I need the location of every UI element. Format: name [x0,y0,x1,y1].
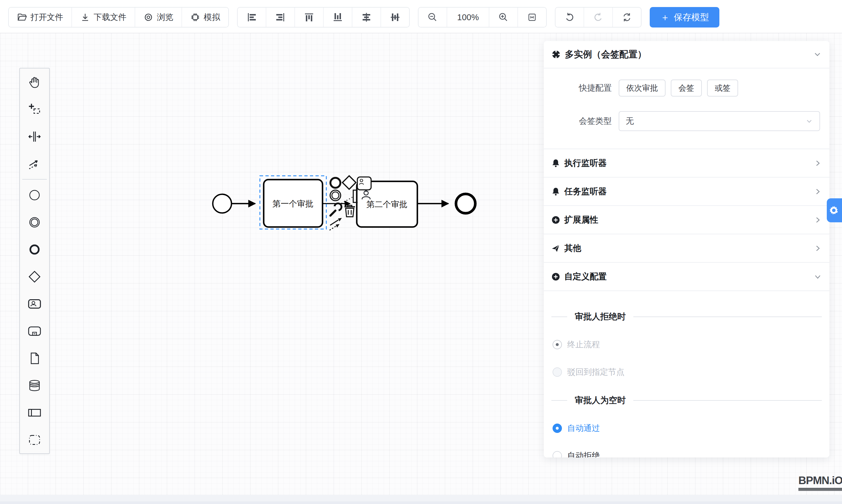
btn-countersign[interactable]: 会签 [671,79,702,96]
create-data-store[interactable] [20,372,49,399]
send-icon [551,244,560,253]
multi-instance-icon [551,50,561,59]
plus-circle-icon [551,216,560,224]
section-label: 自定义配置 [564,271,809,283]
bpmn-designer-app: 打开文件 下载文件 浏览 [0,0,842,504]
radio-circle[interactable] [552,340,562,349]
section-extended-properties[interactable]: 扩展属性 [544,206,829,234]
task2-label: 第二个审批 [366,200,407,209]
radio-reject-to-node[interactable]: 驳回到指定节点 [552,366,829,378]
data-store-icon [28,379,41,392]
section-label: 任务监听器 [564,186,809,197]
node-end-event[interactable] [456,194,475,213]
section-other[interactable]: 其他 [544,234,829,262]
create-gateway[interactable] [20,263,49,290]
pad-append-text-annotation[interactable] [339,190,358,204]
horizontal-scrollbar-track[interactable] [0,495,842,501]
radio-label: 自动通过 [567,423,600,434]
chevron-right-icon [813,159,822,167]
hand-tool[interactable] [20,69,49,96]
bpmn-io-watermark[interactable]: BPMN.iO [799,474,842,491]
countersign-type-value: 无 [626,115,634,127]
create-start-event[interactable] [20,181,49,209]
create-user-task[interactable] [20,290,49,317]
create-participant[interactable] [20,399,49,426]
countersign-type-label: 会签类型 [544,115,612,127]
palette-separator [22,179,47,180]
subprocess-icon [28,324,41,338]
chevron-down-icon [805,117,813,125]
lasso-icon [28,103,41,116]
plus-circle-icon [551,272,560,281]
panel-title: 多实例（会签配置） [565,48,809,60]
chevron-right-icon [813,187,822,196]
pad-append-end-event[interactable] [330,178,340,188]
quick-config-buttons: 依次审批 会签 或签 [619,79,738,96]
radio-label: 终止流程 [567,339,600,350]
section-label: 执行监听器 [564,157,809,169]
custom-config-content: 审批人拒绝时 终止流程 驳回到指定节点 审批人为空时 自动通过 [544,291,829,457]
panel-header[interactable]: 多实例（会签配置） [544,41,829,68]
radio-circle[interactable] [552,424,562,433]
connect-tool-icon [28,157,41,170]
quick-config-row: 快捷配置 依次审批 会签 或签 [544,79,829,96]
intermediate-event-icon [28,216,41,229]
reject-group-title: 审批人拒绝时 [575,311,626,323]
hand-icon [28,75,41,89]
radio-auto-reject[interactable]: 自动拒绝 [552,450,829,457]
user-task-icon [28,297,41,311]
create-end-event[interactable] [20,236,49,263]
create-intermediate-event[interactable] [20,209,49,236]
space-tool-icon [28,130,41,143]
section-custom-config[interactable]: 自定义配置 [544,263,829,290]
chevron-down-icon [813,273,822,281]
bell-icon [551,159,560,168]
chevron-down-icon[interactable] [813,50,822,59]
section-task-listener[interactable]: 任务监听器 [544,178,829,205]
pad-change-type[interactable] [330,203,341,216]
radio-label: 驳回到指定节点 [567,366,625,378]
end-event-icon [28,243,41,256]
chevron-right-icon [813,216,822,224]
create-subprocess[interactable] [20,317,49,345]
pad-delete[interactable] [345,205,355,217]
divider [551,400,567,401]
pad-connect[interactable] [330,218,342,230]
btn-or-sign[interactable]: 或签 [707,79,738,96]
pad-append-gateway[interactable] [343,176,356,189]
empty-approver-group-heading: 审批人为空时 [551,395,822,406]
start-event-icon [28,188,41,202]
gear-icon [829,205,839,215]
bell-icon [551,187,560,196]
node-start-event[interactable] [213,194,231,213]
create-data-object[interactable] [20,345,49,372]
settings-tab[interactable] [827,198,842,222]
bottom-edge-strip [0,501,842,504]
section-execution-listener[interactable]: 执行监听器 [544,149,829,177]
radio-label: 自动拒绝 [567,450,600,457]
radio-circle[interactable] [552,367,562,377]
countersign-type-select[interactable]: 无 [619,111,820,131]
create-group[interactable] [20,426,49,453]
global-connect-tool[interactable] [20,150,49,177]
empty-approver-group-title: 审批人为空时 [575,395,626,406]
space-tool[interactable] [20,123,49,150]
element-palette [19,68,50,454]
radio-circle[interactable] [552,451,562,457]
lasso-tool[interactable] [20,96,49,123]
radio-terminate-process[interactable]: 终止流程 [552,339,829,350]
radio-auto-pass[interactable]: 自动通过 [552,423,829,434]
properties-panel: 多实例（会签配置） 快捷配置 依次审批 会签 或签 会签类型 无 [544,41,829,457]
chevron-right-icon [813,244,822,252]
pad-append-intermediate-event[interactable] [330,190,341,201]
countersign-type-row: 会签类型 无 [544,111,829,131]
participant-icon [28,406,41,419]
btn-sequential-approval[interactable]: 依次审批 [619,79,666,96]
divider [633,400,822,401]
countersign-form: 快捷配置 依次审批 会签 或签 会签类型 无 [544,69,829,149]
group-icon [28,433,41,447]
pad-append-task[interactable] [357,177,371,190]
reject-group-heading: 审批人拒绝时 [551,311,822,323]
data-object-icon [28,352,41,365]
section-label: 扩展属性 [564,214,809,226]
